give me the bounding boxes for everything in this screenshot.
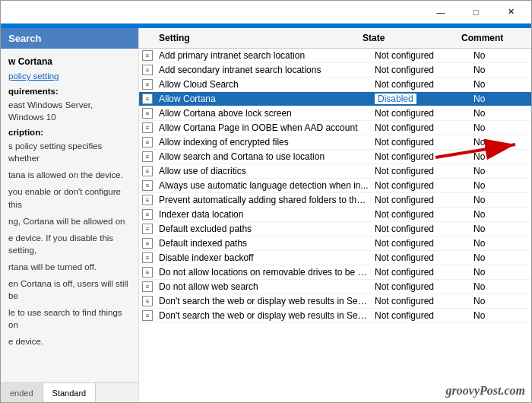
setting-name: Allow use of diacritics [156, 164, 372, 178]
requirements-label: quirements: [8, 87, 131, 96]
table-row[interactable]: ≡Default excluded pathsNot configuredNo [139, 222, 531, 236]
setting-state: Not configured [372, 236, 470, 250]
policy-icon: ≡ [139, 108, 156, 119]
setting-name: Do not allow web search [156, 280, 372, 294]
setting-comment: No [470, 280, 531, 294]
setting-name: Default indexed paths [156, 236, 372, 250]
policy-icon: ≡ [139, 252, 156, 263]
table-row[interactable]: ≡Indexer data locationNot configuredNo [139, 208, 531, 222]
table-row[interactable]: ≡Add secondary intranet search locations… [139, 63, 531, 78]
setting-comment: No [470, 208, 531, 221]
maximize-button[interactable]: □ [458, 1, 493, 24]
setting-state: Not configured [372, 121, 470, 135]
policy-name-heading: w Cortana [8, 56, 131, 67]
window-controls: — □ ✕ [423, 1, 528, 24]
setting-state: Not configured [372, 49, 470, 62]
table-row[interactable]: ≡Disable indexer backoffNot configuredNo [139, 251, 531, 265]
policy-icon: ≡ [139, 195, 156, 205]
table-row[interactable]: ≡Don't search the web or display web res… [139, 309, 531, 323]
table-row[interactable]: ≡Don't search the web or display web res… [139, 294, 531, 309]
table-row[interactable]: ≡Add primary intranet search locationNot… [139, 49, 531, 63]
description-text-8: le to use search to find things on [8, 306, 131, 331]
close-button[interactable]: ✕ [493, 1, 528, 24]
table-row[interactable]: ≡Allow CortanaDisabledNo [139, 92, 531, 106]
table-row[interactable]: ≡Allow Cortana above lock screenNot conf… [139, 106, 531, 121]
setting-name: Prevent automatically adding shared fold… [156, 193, 372, 207]
setting-comment: No [470, 236, 531, 250]
setting-name: Allow Cortana [156, 92, 372, 106]
setting-comment: No [470, 135, 531, 149]
setting-state: Not configured [372, 164, 470, 178]
setting-name: Allow Cloud Search [156, 78, 372, 91]
table-row[interactable]: ≡Do not allow locations on removable dri… [139, 265, 531, 280]
policy-icon: ≡ [139, 79, 156, 90]
setting-state: Not configured [372, 193, 470, 207]
table-row[interactable]: ≡Do not allow web searchNot configuredNo [139, 280, 531, 294]
description-text-2: tana is allowed on the device. [8, 169, 131, 181]
setting-comment: No [470, 121, 531, 135]
main-layout: Search w Cortana policy setting quiremen… [1, 28, 531, 402]
setting-comment: No [470, 92, 531, 106]
policy-icon: ≡ [139, 296, 156, 306]
setting-name: Don't search the web or display web resu… [156, 309, 372, 322]
setting-comment: No [470, 106, 531, 120]
setting-state: Not configured [372, 309, 470, 322]
setting-state: Not configured [372, 280, 470, 294]
table-row[interactable]: ≡Always use automatic language detection… [139, 179, 531, 193]
left-panel-tabs: ended Standard [1, 382, 138, 402]
right-panel: Setting State Comment ≡Add primary intra… [139, 28, 531, 402]
minimize-button[interactable]: — [423, 1, 458, 24]
table-row[interactable]: ≡Allow Cloud SearchNot configuredNo [139, 78, 531, 92]
description-text-4: ng, Cortana will be allowed on [8, 215, 131, 227]
description-text-6: rtana will be turned off. [8, 261, 131, 273]
table-row[interactable]: ≡Allow use of diacriticsNot configuredNo [139, 164, 531, 179]
policy-icon: ≡ [139, 267, 156, 278]
setting-state: Not configured [372, 106, 470, 120]
setting-state: Not configured [372, 208, 470, 221]
policy-icon: ≡ [139, 137, 156, 148]
table-row[interactable]: ≡Default indexed pathsNot configuredNo [139, 236, 531, 251]
tab-standard[interactable]: Standard [43, 383, 97, 402]
setting-name: Do not allow locations on removable driv… [156, 265, 372, 279]
setting-comment: No [470, 150, 531, 163]
header-setting: Setting [156, 31, 359, 45]
description-text-9: e device. [8, 335, 131, 347]
setting-comment: No [470, 193, 531, 207]
setting-state: Not configured [372, 78, 470, 91]
policy-icon: ≡ [139, 281, 156, 292]
table-row[interactable]: ≡Allow search and Cortana to use locatio… [139, 150, 531, 164]
setting-state: Not configured [372, 222, 470, 236]
left-panel-header: Search [1, 28, 138, 49]
header-comment: Comment [458, 31, 519, 45]
setting-comment: No [470, 294, 531, 308]
setting-state: Not configured [372, 251, 470, 265]
setting-name: Allow indexing of encrypted files [156, 135, 372, 149]
setting-name: Don't search the web or display web resu… [156, 294, 372, 308]
setting-name: Add primary intranet search location [156, 49, 372, 62]
tab-extended[interactable]: ended [1, 383, 43, 402]
policy-link[interactable]: policy setting [8, 71, 131, 81]
setting-name: Indexer data location [156, 208, 372, 221]
table-body[interactable]: ≡Add primary intranet search locationNot… [139, 49, 531, 402]
setting-name: Always use automatic language detection … [156, 179, 372, 192]
policy-icon: ≡ [139, 94, 156, 104]
table-row[interactable]: ≡Allow indexing of encrypted filesNot co… [139, 135, 531, 150]
requirements-text: east Windows Server, Windows 10 [8, 99, 131, 123]
setting-comment: No [470, 265, 531, 279]
setting-state: Not configured [372, 150, 470, 163]
setting-name: Allow search and Cortana to use location [156, 150, 372, 163]
description-text-1: s policy setting specifies whether [8, 140, 131, 164]
setting-comment: No [470, 309, 531, 322]
setting-state: Not configured [372, 63, 470, 77]
table-row[interactable]: ≡Allow Cortana Page in OOBE when AAD acc… [139, 121, 531, 135]
setting-state: Not configured [372, 294, 470, 308]
table-row[interactable]: ≡Prevent automatically adding shared fol… [139, 193, 531, 208]
setting-name: Add secondary intranet search locations [156, 63, 372, 77]
policy-icon: ≡ [139, 122, 156, 133]
policy-icon: ≡ [139, 50, 156, 61]
setting-state: Not configured [372, 179, 470, 192]
title-bar: — □ ✕ [1, 1, 531, 24]
left-panel: Search w Cortana policy setting quiremen… [1, 28, 139, 402]
description-label: cription: [8, 128, 131, 137]
policy-icon: ≡ [139, 65, 156, 75]
